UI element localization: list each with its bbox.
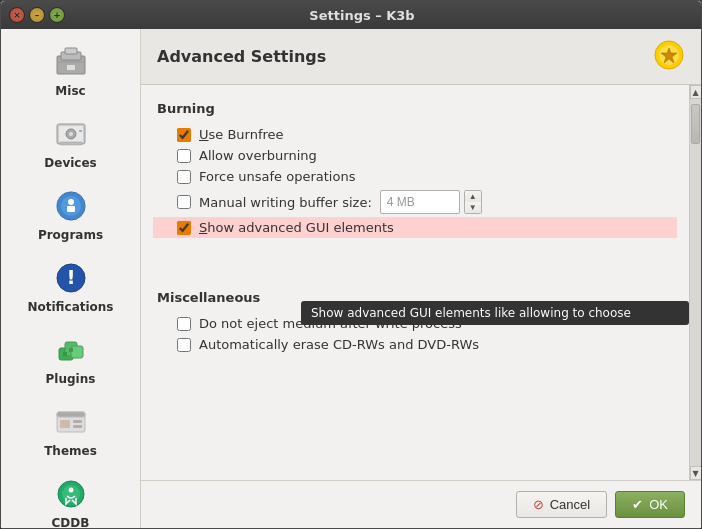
overburning-label: Allow overburning (199, 148, 317, 163)
plugins-label: Plugins (46, 372, 96, 386)
themes-label: Themes (44, 444, 97, 458)
cddb-icon (51, 474, 91, 514)
sidebar-item-misc[interactable]: Misc (4, 34, 137, 104)
window-title: Settings – K3b (71, 8, 653, 23)
svg-rect-26 (73, 420, 82, 423)
panel-body: Burning Use Burnfree Allow overburning (141, 85, 701, 480)
panel-content: Burning Use Burnfree Allow overburning (141, 85, 689, 480)
spin-container: ▲ ▼ (380, 190, 482, 214)
auto-erase-row: Automatically erase CD-RWs and DVD-RWs (157, 334, 673, 355)
main-panel: Advanced Settings Burning (141, 29, 701, 528)
tooltip: Show advanced GUI elements like allowing… (301, 301, 689, 325)
programs-icon (51, 186, 91, 226)
sidebar-item-programs[interactable]: Programs (4, 178, 137, 248)
minimize-button[interactable]: – (29, 7, 45, 23)
svg-rect-9 (79, 130, 82, 132)
svg-rect-22 (69, 348, 73, 352)
spin-down-button[interactable]: ▼ (465, 202, 481, 213)
themes-icon (51, 402, 91, 442)
close-button[interactable]: × (9, 7, 25, 23)
auto-erase-checkbox[interactable] (177, 338, 191, 352)
sidebar-item-devices[interactable]: Devices (4, 106, 137, 176)
panel-title: Advanced Settings (157, 47, 326, 66)
burnfree-label: Use Burnfree (199, 127, 284, 142)
cancel-icon: ⊘ (533, 497, 544, 512)
scroll-up-arrow[interactable]: ▲ (690, 85, 702, 99)
scroll-thumb[interactable] (691, 104, 700, 144)
misc-icon (51, 42, 91, 82)
buffer-row: Manual writing buffer size: ▲ ▼ (157, 187, 673, 217)
sidebar-item-themes[interactable]: Themes (4, 394, 137, 464)
panel-header-icon (653, 39, 685, 74)
cancel-label: Cancel (550, 497, 590, 512)
svg-rect-24 (57, 412, 85, 417)
overburning-row: Allow overburning (157, 145, 673, 166)
maximize-button[interactable]: + (49, 7, 65, 23)
buffer-checkbox[interactable] (177, 195, 191, 209)
svg-rect-14 (67, 206, 75, 212)
cddb-label: CDDB (52, 516, 90, 528)
sidebar-item-notifications[interactable]: ! Notifications (4, 250, 137, 320)
devices-label: Devices (44, 156, 96, 170)
ok-check-icon: ✔ (632, 497, 643, 512)
gui-elements-label: Show advanced GUI elements (199, 220, 394, 235)
panel-header: Advanced Settings (141, 29, 701, 85)
spin-buttons: ▲ ▼ (464, 190, 482, 214)
svg-point-30 (68, 488, 73, 493)
programs-label: Programs (38, 228, 103, 242)
svg-rect-2 (65, 48, 77, 54)
devices-icon (51, 114, 91, 154)
svg-rect-21 (63, 352, 67, 356)
titlebar-buttons: × – + (9, 7, 65, 23)
ok-button[interactable]: ✔ OK (615, 491, 685, 518)
no-eject-checkbox[interactable] (177, 317, 191, 331)
unsafe-label: Force unsafe operations (199, 169, 355, 184)
svg-rect-27 (73, 425, 82, 428)
titlebar: × – + Settings – K3b (1, 1, 701, 29)
footer: ⊘ Cancel ✔ OK (141, 480, 701, 528)
notifications-label: Notifications (27, 300, 113, 314)
scroll-thumb-area (690, 99, 701, 466)
scroll-down-arrow[interactable]: ▼ (690, 466, 702, 480)
gui-elements-row: Show advanced GUI elements (153, 217, 677, 238)
notifications-icon: ! (51, 258, 91, 298)
auto-erase-label: Automatically erase CD-RWs and DVD-RWs (199, 337, 479, 352)
svg-point-8 (69, 132, 73, 136)
burning-section-title: Burning (157, 101, 673, 116)
svg-text:!: ! (66, 265, 75, 289)
sidebar: Misc Devices (1, 29, 141, 528)
ok-label: OK (649, 497, 668, 512)
spin-up-button[interactable]: ▲ (465, 191, 481, 202)
plugins-icon (51, 330, 91, 370)
svg-rect-4 (67, 65, 75, 70)
main-content: Misc Devices (1, 29, 701, 528)
overburning-checkbox[interactable] (177, 149, 191, 163)
unsafe-checkbox[interactable] (177, 170, 191, 184)
svg-point-13 (68, 199, 74, 205)
sidebar-item-plugins[interactable]: Plugins (4, 322, 137, 392)
burnfree-row: Use Burnfree (157, 124, 673, 145)
buffer-spin-input[interactable] (380, 190, 460, 214)
svg-rect-10 (60, 142, 82, 145)
unsafe-row: Force unsafe operations (157, 166, 673, 187)
svg-rect-25 (60, 420, 70, 428)
gui-elements-checkbox[interactable] (177, 221, 191, 235)
scrollbar: ▲ ▼ (689, 85, 701, 480)
buffer-label: Manual writing buffer size: (199, 195, 372, 210)
cancel-button[interactable]: ⊘ Cancel (516, 491, 607, 518)
burnfree-checkbox[interactable] (177, 128, 191, 142)
settings-window: × – + Settings – K3b Misc (0, 0, 702, 529)
sidebar-item-cddb[interactable]: CDDB (4, 466, 137, 528)
misc-label: Misc (55, 84, 85, 98)
